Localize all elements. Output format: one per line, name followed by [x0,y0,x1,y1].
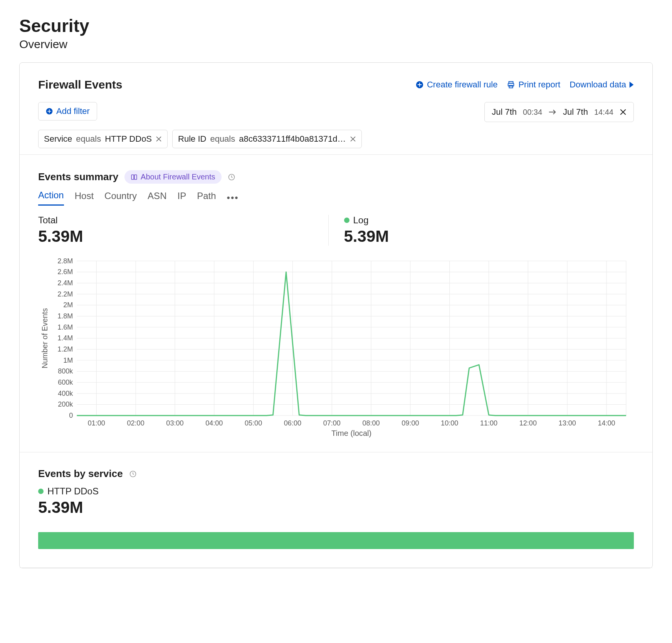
filter-chip-service[interactable]: Service equals HTTP DDoS [38,130,168,148]
svg-text:0: 0 [69,412,73,419]
svg-text:1.2M: 1.2M [57,345,73,353]
divider [20,568,652,568]
svg-text:800k: 800k [58,368,73,375]
service-bar [38,532,634,549]
svg-text:09:00: 09:00 [402,419,419,427]
about-firewall-events-link[interactable]: About Firewall Events [124,170,221,184]
download-data-label: Download data [570,80,626,90]
close-icon [156,136,162,142]
svg-text:02:00: 02:00 [127,419,144,427]
about-firewall-events-label: About Firewall Events [141,172,215,181]
create-firewall-rule-label: Create firewall rule [427,80,497,90]
svg-rect-6 [134,175,137,179]
svg-text:10:00: 10:00 [441,419,458,427]
svg-text:2.8M: 2.8M [57,257,73,265]
svg-text:01:00: 01:00 [88,419,105,427]
series-dot-icon [38,489,44,494]
arrow-right-icon [548,109,557,115]
clock-icon [129,470,137,478]
svg-text:04:00: 04:00 [205,419,223,427]
service-label: HTTP DDoS [47,486,99,497]
series-dot-icon [344,218,349,223]
remove-filter-button[interactable] [350,136,356,142]
caret-right-icon [629,82,634,88]
svg-text:1.6M: 1.6M [57,323,73,331]
svg-text:13:00: 13:00 [559,419,576,427]
svg-text:400k: 400k [58,390,73,397]
svg-text:1.4M: 1.4M [57,335,73,342]
card-title: Firewall Events [38,78,122,91]
svg-text:2M: 2M [63,301,73,309]
svg-text:2.4M: 2.4M [57,279,73,287]
filter-field: Rule ID [178,134,206,144]
tab-path[interactable]: Path [197,191,216,205]
remove-filter-button[interactable] [156,136,162,142]
svg-text:600k: 600k [58,378,73,386]
service-value: 5.39M [38,498,634,517]
plus-circle-icon [45,107,53,115]
date-from-time: 00:34 [523,108,542,117]
clear-date-range-button[interactable] [620,109,627,116]
svg-text:Time (local): Time (local) [331,429,371,437]
svg-text:Number of Events: Number of Events [40,308,49,368]
more-tabs-button[interactable]: ••• [227,193,239,203]
filter-field: Service [44,134,72,144]
events-summary-title: Events summary [38,171,118,183]
date-to-time: 14:44 [594,108,613,117]
date-to-day: Jul 7th [563,107,588,117]
svg-text:05:00: 05:00 [245,419,262,427]
date-range-picker[interactable]: Jul 7th 00:34 Jul 7th 14:44 [484,102,634,122]
svg-text:2.6M: 2.6M [57,268,73,276]
summary-tabs: ActionHostCountryASNIPPath••• [38,190,634,206]
close-icon [620,109,627,116]
svg-text:11:00: 11:00 [480,419,497,427]
plus-circle-icon [415,80,424,89]
filter-operator: equals [210,134,235,144]
total-value: 5.39M [38,227,313,246]
svg-text:1.8M: 1.8M [57,312,73,320]
add-filter-button[interactable]: Add filter [38,102,97,121]
tab-host[interactable]: Host [75,191,94,205]
page-title: Security [19,15,653,36]
svg-text:1M: 1M [63,357,73,364]
events-summary-section: Events summary About Firewall Events Act… [20,155,652,452]
events-line-chart: 0200k400k600k800k1M1.2M1.4M1.6M1.8M2M2.2… [38,257,634,438]
total-label: Total [38,215,313,226]
page-subtitle: Overview [19,38,653,51]
book-icon [131,174,138,181]
svg-text:06:00: 06:00 [284,419,301,427]
tab-ip[interactable]: IP [177,191,186,205]
svg-text:2.2M: 2.2M [57,290,73,298]
events-by-service-section: Events by service HTTP DDoS 5.39M [20,452,652,568]
svg-text:07:00: 07:00 [323,419,341,427]
filter-value: HTTP DDoS [105,134,152,144]
close-icon [350,136,356,142]
svg-rect-5 [131,175,134,179]
tab-action[interactable]: Action [38,190,64,206]
add-filter-label: Add filter [56,106,90,116]
tab-asn[interactable]: ASN [148,191,166,205]
printer-icon [507,80,515,89]
download-data-link[interactable]: Download data [570,80,634,90]
filter-chip-rule-id[interactable]: Rule ID equals a8c6333711ff4b0a81371d… [172,130,362,148]
log-value: 5.39M [344,227,619,246]
svg-text:08:00: 08:00 [362,419,380,427]
tab-country[interactable]: Country [104,191,137,205]
svg-text:03:00: 03:00 [166,419,183,427]
events-by-service-title: Events by service [38,468,123,480]
clock-icon [228,173,235,181]
svg-text:14:00: 14:00 [598,419,615,427]
log-label: Log [353,215,369,226]
print-report-label: Print report [518,80,560,90]
filter-value: a8c6333711ff4b0a81371d… [239,134,346,144]
firewall-events-card: Firewall Events Create firewall rule Pri… [19,62,653,568]
filter-operator: equals [76,134,101,144]
date-from-day: Jul 7th [492,107,517,117]
print-report-link[interactable]: Print report [507,80,560,90]
svg-text:12:00: 12:00 [519,419,537,427]
svg-text:200k: 200k [58,401,73,409]
create-firewall-rule-link[interactable]: Create firewall rule [415,80,497,90]
